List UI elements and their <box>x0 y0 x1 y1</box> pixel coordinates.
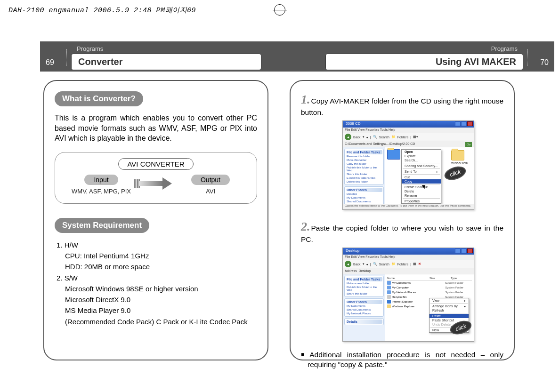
header-right: Programs Using AVI MAKER 70 <box>328 44 554 69</box>
arrow-icon <box>134 177 178 192</box>
sidebar-item: My Documents <box>346 196 382 200</box>
output-label: Output <box>191 175 230 185</box>
back-button-icon: ◄ <box>345 261 351 267</box>
close-icon <box>467 121 473 126</box>
req-hw-heading: 1. H/W <box>57 240 257 250</box>
col-size: Size <box>429 277 451 280</box>
left-page-title: Converter <box>71 54 261 70</box>
toolbar: ◄ Back ▾● | 🔍Search 📁Folders |▦▾ <box>343 133 474 141</box>
sidebar-item: Make a new folder <box>346 281 382 285</box>
step-2-text: Paste the copied folder to where you wis… <box>301 224 503 243</box>
req-hdd: HDD: 20MB or more space <box>57 261 257 272</box>
dotted-separator <box>66 49 67 66</box>
context-menu-item: Explore <box>402 154 441 158</box>
diagram-title: AVI CONVERTER <box>118 158 193 170</box>
step-1-number: 1. <box>301 93 310 106</box>
screenshot-paste-folder: Desktop File Edit View Favorites Tools H… <box>342 248 474 342</box>
step-2-number: 2. <box>301 220 310 233</box>
window-titlebar: Desktop <box>343 248 474 255</box>
dotted-separator <box>527 49 528 66</box>
window-title: 2008 CD <box>346 121 361 126</box>
input-formats: WMV, ASF, MPG, PIX <box>68 188 134 195</box>
left-page-number: 69 <box>46 58 54 67</box>
sidebar-heading-places: Other Places <box>346 300 382 304</box>
address-path: C:\Documents and Settings\…\Desktop\2.00… <box>345 142 415 145</box>
sidebar-heading-tasks: File and Folder Tasks <box>346 150 382 154</box>
window-title: Desktop <box>346 248 359 253</box>
print-header: DAH-2100 engmanual 2006.5.9 2:48 PM페이지69 <box>8 6 196 15</box>
sidebar-item: Desktop <box>346 192 382 196</box>
col-type: Type <box>451 277 472 280</box>
sidebar-item: Shared Documents <box>346 308 382 312</box>
folder-name: WINXXFRVR <box>451 161 468 164</box>
right-page-number: 70 <box>540 58 549 67</box>
menu-bar: File Edit View Favorites Tools Help <box>343 255 474 260</box>
menu-bar: File Edit View Favorites Tools Help <box>343 128 474 133</box>
window-controls <box>455 121 473 126</box>
context-menu-item: Rename <box>402 193 441 198</box>
converter-intro-text: This is a program which enables you to c… <box>55 113 257 144</box>
address-bar: Address Desktop <box>343 268 474 274</box>
status-bar: Copies the selected items to the Clipboa… <box>343 204 474 209</box>
context-menu-item: Cut <box>402 175 441 179</box>
sidebar-item: Publish this folder to the Web <box>346 166 382 172</box>
sidebar-item: Delete this folder <box>346 180 382 184</box>
output-format: AVI <box>178 188 243 195</box>
context-menu-item: Sharing and Security... <box>402 164 441 168</box>
context-menu-item: Delete <box>402 189 441 193</box>
additional-note: ■Additional installation procedure is no… <box>301 350 503 370</box>
list-item: My Network PlacesSystem Folder <box>387 290 472 295</box>
converter-panel: What is Converter? This is a program whi… <box>43 80 268 360</box>
toolbar-folders-label: Folders <box>397 136 408 139</box>
sidebar-item: Publish this folder to the Web <box>346 285 382 292</box>
right-page-body: 1.Copy AVI-MAKER folder from the CD usin… <box>290 80 515 368</box>
context-menu-item: Refresh <box>429 308 469 312</box>
list-item: My ComputerSystem Folder <box>387 285 472 290</box>
context-menu-item-paste-highlighted: Paste <box>429 314 469 318</box>
req-directx: Microsoft DirectX 9.0 <box>57 294 257 305</box>
address-path: Desktop <box>359 269 371 272</box>
window-titlebar: 2008 CD <box>343 121 474 128</box>
close-icon <box>467 248 473 253</box>
sidebar-item: My Documents <box>346 304 382 308</box>
sidebar-heading-details: Details <box>346 320 382 324</box>
minimize-icon <box>455 121 461 126</box>
context-menu-item: Properties <box>402 199 441 203</box>
crop-registration-mark <box>266 3 294 17</box>
address-label: Address <box>345 269 357 272</box>
sidebar-item: Share this folder <box>346 172 382 176</box>
context-menu-item: Open <box>402 150 441 154</box>
requirements-list: 1. H/W CPU: Intel Pentium4 1GHz HDD: 20M… <box>55 240 257 327</box>
toolbar-back-label: Back <box>353 263 361 266</box>
sidebar-item: My Network Places <box>346 312 382 315</box>
left-page-body: What is Converter? This is a program whi… <box>43 80 268 368</box>
back-button-icon: ◄ <box>345 134 351 140</box>
right-page-title: Using AVI MAKER <box>325 54 523 70</box>
note-text: Additional installation procedure is not… <box>308 351 503 368</box>
diagram-output-block: Output AVI <box>178 175 243 195</box>
req-codecpack: (Recommended Code Pack) C Pack or K-Lite… <box>57 316 257 327</box>
toolbar-folders-label: Folders <box>397 263 408 266</box>
sidebar-item: Share this folder <box>346 292 382 296</box>
req-sw-heading: 2. S/W <box>57 272 257 283</box>
header-left: 69 Programs Converter <box>40 44 266 69</box>
explorer-sidebar: File and Folder Tasks Make a new folder … <box>343 274 385 341</box>
toolbar-search-label: Search <box>379 136 389 139</box>
req-cpu: CPU: Intel Pentium4 1GHz <box>57 250 257 261</box>
folder-icon <box>451 150 464 160</box>
sidebar-item: Copy this folder <box>346 162 382 166</box>
sidebar-item: E-mail this folder's files <box>346 176 382 180</box>
context-menu: Open Explore Search... Sharing and Secur… <box>401 149 441 204</box>
address-bar: C:\Documents and Settings\…\Desktop\2.00… <box>343 141 474 147</box>
right-category-label: Programs <box>491 45 518 52</box>
left-category-label: Programs <box>77 45 103 52</box>
toolbar-back-label: Back <box>353 136 361 139</box>
context-menu-item: Create Shortcut <box>402 185 441 189</box>
step-1-text: Copy AVI-MAKER folder from the CD using … <box>301 97 503 116</box>
go-button-icon: Go <box>465 142 472 147</box>
selected-folder-icon <box>387 149 400 160</box>
explorer-content: WINXXFRVR Open Explore Search... Sharing… <box>385 147 474 209</box>
maximize-icon <box>461 121 467 126</box>
sidebar-item: Move this folder <box>346 158 382 162</box>
list-item: My DocumentsSystem Folder <box>387 280 472 285</box>
